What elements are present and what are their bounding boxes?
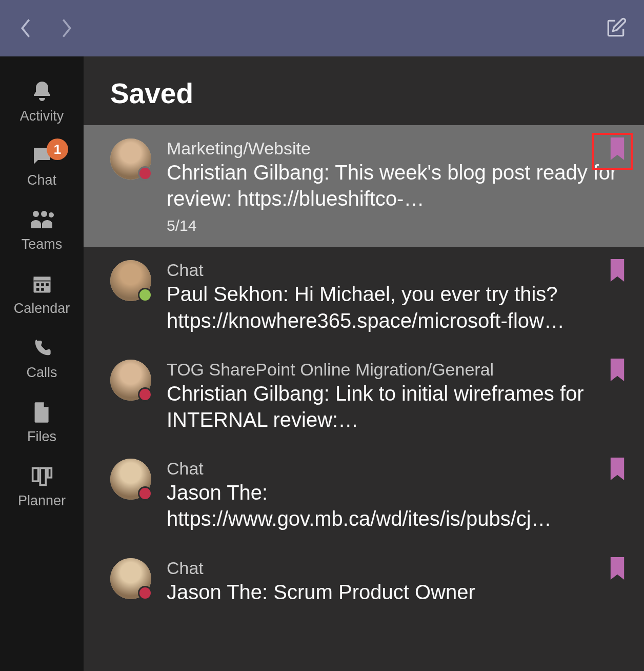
svg-rect-6 (36, 283, 39, 286)
rail-teams-label: Teams (22, 236, 63, 252)
phone-icon (29, 335, 55, 362)
chevron-left-icon (18, 18, 33, 38)
svg-point-0 (33, 211, 39, 217)
calendar-icon (29, 271, 55, 298)
saved-list: Marketing/WebsiteChristian Gilbang: This… (84, 125, 644, 671)
back-button[interactable] (15, 18, 36, 38)
chat-badge: 1 (47, 139, 68, 160)
avatar (110, 558, 151, 599)
presence-indicator (138, 166, 152, 181)
chevron-right-icon (59, 18, 74, 38)
compose-icon (605, 17, 627, 40)
presence-indicator (138, 288, 152, 302)
item-date: 5/14 (167, 217, 617, 234)
svg-point-1 (41, 211, 47, 217)
svg-rect-9 (36, 288, 39, 291)
item-message: Paul Sekhon: Hi Michael, you ever try th… (167, 281, 617, 333)
forward-button[interactable] (56, 18, 77, 38)
svg-rect-8 (46, 283, 48, 286)
rail-calls-label: Calls (26, 365, 57, 381)
avatar (110, 139, 151, 180)
bookmark-icon[interactable] (608, 137, 627, 160)
svg-rect-10 (41, 288, 44, 291)
rail-calls[interactable]: Calls (0, 326, 84, 390)
svg-rect-11 (32, 468, 38, 482)
svg-rect-13 (48, 468, 51, 478)
file-icon (29, 399, 55, 426)
rail-activity[interactable]: Activity (0, 69, 84, 133)
item-channel: Chat (167, 260, 617, 280)
saved-item[interactable]: Marketing/WebsiteChristian Gilbang: This… (84, 125, 644, 247)
saved-item[interactable]: ChatPaul Sekhon: Hi Michael, you ever tr… (84, 247, 644, 346)
avatar (110, 459, 151, 500)
item-channel: Chat (167, 558, 617, 578)
item-channel: TOG SharePoint Online Migration/General (167, 360, 617, 380)
nav-arrows (15, 18, 77, 38)
item-message: Christian Gilbang: Link to initial wiref… (167, 381, 617, 433)
content-pane: Saved Marketing/WebsiteChristian Gilbang… (84, 56, 644, 671)
teams-icon (29, 207, 55, 233)
title-bar (0, 0, 644, 56)
rail-planner[interactable]: Planner (0, 454, 84, 518)
rail-teams[interactable]: Teams (0, 198, 84, 262)
svg-point-2 (49, 212, 54, 218)
item-message: Christian Gilbang: This week's blog post… (167, 160, 617, 212)
rail-activity-label: Activity (20, 108, 64, 124)
saved-item[interactable]: ChatJason The: Scrum Product Owner (84, 545, 644, 618)
bookmark-icon[interactable] (608, 557, 627, 580)
bell-icon (29, 78, 55, 105)
presence-indicator (138, 486, 152, 501)
rail-calendar-label: Calendar (14, 301, 70, 317)
svg-rect-7 (41, 283, 44, 286)
presence-indicator (138, 586, 152, 600)
rail-chat[interactable]: Chat 1 (0, 133, 84, 198)
bookmark-icon[interactable] (608, 359, 627, 381)
item-channel: Marketing/Website (167, 139, 617, 159)
item-message: Jason The: https://www.gov.mb.ca/wd/ites… (167, 480, 617, 532)
saved-item[interactable]: ChatJason The: https://www.gov.mb.ca/wd/… (84, 445, 644, 544)
bookmark-icon[interactable] (608, 458, 627, 480)
item-message: Jason The: Scrum Product Owner (167, 579, 617, 605)
rail-files[interactable]: Files (0, 390, 84, 454)
rail-planner-label: Planner (18, 493, 66, 509)
rail-calendar[interactable]: Calendar (0, 262, 84, 326)
svg-rect-12 (40, 468, 46, 485)
item-channel: Chat (167, 459, 617, 479)
presence-indicator (138, 387, 152, 402)
bookmark-icon[interactable] (608, 259, 627, 282)
rail-chat-label: Chat (27, 172, 56, 188)
compose-button[interactable] (603, 15, 629, 41)
page-title: Saved (110, 77, 617, 110)
avatar (110, 360, 151, 401)
planner-icon (29, 463, 55, 490)
saved-item[interactable]: TOG SharePoint Online Migration/GeneralC… (84, 346, 644, 445)
svg-rect-5 (33, 277, 50, 280)
app-rail: Activity Chat 1 Teams Calendar Calls (0, 56, 84, 671)
avatar (110, 260, 151, 301)
rail-files-label: Files (27, 429, 56, 445)
